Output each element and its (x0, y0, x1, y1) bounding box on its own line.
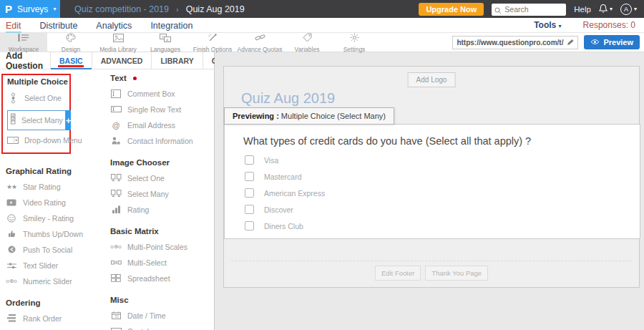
toolbar-item-design[interactable]: Design (47, 33, 94, 52)
eye-icon (590, 38, 600, 47)
questionpro-logo-icon: P (5, 4, 12, 14)
question-type-multi-select[interactable]: Multi-Select (110, 258, 214, 267)
tab-advanced[interactable]: ADVANCED (92, 52, 152, 69)
question-type-numeric-slider[interactable]: o⊕oNumeric Slider (6, 276, 102, 286)
toolbar-item-settings[interactable]: Settings (331, 33, 378, 52)
toolbar-item-workspace[interactable]: Workspace (0, 33, 47, 52)
checkbox[interactable] (245, 172, 254, 181)
notifications-menu[interactable]: ▾ (599, 3, 613, 16)
question-type-contact-information[interactable]: Contact Information (110, 136, 214, 145)
nav-tab-distribute[interactable]: Distribute (40, 20, 78, 31)
question-text[interactable]: What types of credit cards do you have (… (243, 135, 640, 147)
checkbox[interactable] (245, 188, 254, 198)
question-type-spreadsheet[interactable]: Spreadsheet (110, 273, 214, 283)
question-type-select-one[interactable]: Select One (110, 173, 214, 183)
answer-option[interactable]: Discover (245, 205, 640, 214)
languages-icon: xA (160, 32, 171, 45)
search-input[interactable] (492, 4, 566, 16)
toolbar-item-media-library[interactable]: Media Library (94, 33, 142, 52)
add-question-plus-button[interactable]: + (66, 110, 72, 130)
question-type-text-slider[interactable]: Text Slider (6, 261, 102, 270)
survey-preview-panel: Add Logo Quiz Aug 2019 Previewing : Mult… (223, 66, 640, 288)
responses-count[interactable]: Responses: 0 (583, 20, 635, 30)
question-type-captcha[interactable]: x8Captcha (110, 326, 214, 330)
red-dot-icon (133, 77, 137, 80)
tools-menu[interactable]: Tools ▾ (534, 20, 561, 30)
question-type-select-one[interactable]: Select One (7, 92, 69, 104)
preview-button[interactable]: Preview (584, 35, 640, 49)
question-type-comment-box[interactable]: Comment Box (110, 89, 214, 98)
edit-footer-button[interactable]: Edit Footer (375, 266, 421, 281)
top-bar: P Surveys ▾ Quiz competition - 2019 › Qu… (0, 0, 644, 18)
question-type-push-to-social[interactable]: Push To Social (6, 245, 102, 254)
question-type-multi-point-scales[interactable]: o⊕oMulti-Point Scales (110, 242, 214, 251)
thank-you-page-button[interactable]: Thank You Page (425, 266, 488, 281)
tab-library[interactable]: LIBRARY (151, 52, 202, 69)
answer-option[interactable]: Visa (245, 155, 640, 165)
previewing-tooltip-value: Multiple Choice (Select Many) (281, 112, 386, 120)
question-type-rating[interactable]: Rating (110, 205, 214, 214)
workspace-icon (18, 32, 29, 45)
toolbar-item-languages[interactable]: xALanguages (142, 33, 189, 52)
account-menu[interactable]: A ▾ (620, 4, 637, 15)
section-multiple-choice: Multiple ChoiceSelect OneSelect Many+Dro… (1, 74, 71, 154)
section-image-chooser: Image ChooserSelect OneSelect ManyRating (110, 158, 214, 214)
previewing-tooltip: Previewing : Multiple Choice (Select Man… (224, 107, 394, 125)
nav-tab-edit[interactable]: Edit (6, 20, 21, 33)
section-heading: Graphical Rating (6, 167, 102, 175)
checkbox[interactable] (245, 205, 254, 214)
breadcrumb-current-survey[interactable]: Quiz Aug 2019 (186, 4, 245, 14)
question-type-drop-down-menu[interactable]: Drop-down Menu (7, 135, 69, 145)
question-type-email-address[interactable]: @Email Address (110, 120, 214, 130)
nav-tab-integration[interactable]: Integration (150, 20, 192, 31)
help-link[interactable]: Help (574, 5, 591, 14)
answer-option[interactable]: American Express (245, 188, 640, 198)
toolbar-item-variables[interactable]: Variables (283, 33, 331, 52)
radio-stack-icon (7, 92, 19, 104)
multi-select-icon (110, 260, 122, 266)
question-type-thumbs-up-down[interactable]: Thumbs Up/Down (6, 229, 102, 238)
question-type-date-time[interactable]: 21Date / Time (110, 311, 214, 320)
add-logo-button[interactable]: Add Logo (408, 72, 456, 87)
question-type-smiley-rating[interactable]: Smiley - Rating (6, 213, 102, 223)
text-slider-icon (6, 262, 17, 269)
toolbar-item-advance-quotas[interactable]: Advance Quotas (236, 33, 283, 52)
chevron-down-icon: ▾ (53, 6, 56, 12)
upgrade-now-button[interactable]: Upgrade Now (419, 3, 484, 16)
question-type-video-rating[interactable]: Video Rating (6, 198, 102, 207)
smiley-icon (6, 214, 17, 223)
question-type-single-row-text[interactable]: Single Row Text (110, 105, 214, 114)
answer-option[interactable]: Mastercard (245, 172, 640, 181)
checkbox[interactable] (245, 155, 254, 165)
section-basic-matrix: Basic Matrixo⊕oMulti-Point ScalesMulti-S… (110, 227, 214, 283)
breadcrumb-survey-folder[interactable]: Quiz competition - 2019 (74, 4, 169, 14)
section-heading: Multiple Choice (7, 77, 69, 86)
section-heading: Ordering (6, 299, 102, 307)
thumbs-icon (6, 230, 17, 238)
add-question-tabstrip: Add Question BASICADVANCEDLIBRARYCANVAS … (0, 52, 215, 69)
section-misc: Misc21Date / Timex8Captcha (110, 296, 214, 330)
question-type-star-rating[interactable]: ★★Star Rating (6, 182, 102, 191)
finish-options-wand-icon (208, 32, 218, 45)
toolbar-item-finish-options[interactable]: Finish Options (189, 33, 236, 52)
section-graphical-rating: Graphical Rating★★Star RatingVideo Ratin… (6, 167, 102, 286)
svg-text:A: A (166, 37, 169, 42)
search-box[interactable] (492, 2, 566, 16)
question-types-panel: Multiple ChoiceSelect OneSelect Many+Dro… (0, 69, 215, 330)
variables-tag-icon (303, 32, 312, 45)
survey-title[interactable]: Quiz Aug 2019 (241, 90, 335, 107)
nav-tab-analytics[interactable]: Analytics (96, 20, 132, 31)
tab-basic[interactable]: BASIC (50, 52, 92, 69)
survey-url-field[interactable]: https://www.questionpro.com/t/APNrFZ (452, 36, 578, 49)
questionpro-logo-surveys-menu[interactable]: P Surveys ▾ (0, 0, 60, 18)
question-type-select-many[interactable]: Select Many+ (7, 110, 69, 130)
checkbox[interactable] (245, 221, 254, 230)
question-type-rank-order[interactable]: Rank Order (6, 314, 102, 323)
chevron-down-icon: ▾ (634, 6, 637, 12)
star-rating-icon: ★★ (6, 183, 17, 190)
add-question-title: Add Question (0, 52, 50, 69)
chevron-down-icon: ▾ (610, 6, 613, 12)
answer-option[interactable]: Diners Club (245, 221, 640, 230)
question-type-select-many[interactable]: Select Many (110, 189, 214, 198)
edit-url-pencil-icon[interactable] (567, 36, 574, 49)
